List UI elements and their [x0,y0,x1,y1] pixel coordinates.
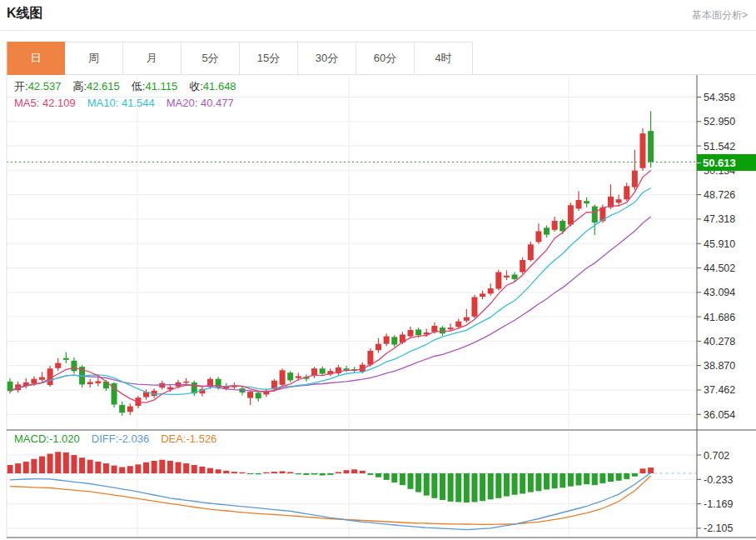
macd-readout: MACD:-1.020DIFF:-2.036DEA:-1.526 [14,432,216,445]
svg-text:43.094: 43.094 [704,287,735,298]
close-label: 收: [189,80,203,92]
macd-value: -1.020 [49,432,80,445]
last-price-value: 50.613 [703,157,736,169]
dea-value: -1.526 [186,432,216,445]
low-label: 低: [132,80,146,92]
ma20-value: 40.477 [201,97,234,109]
ohlc-readout: 开:42.537高:42.615低:41.115收:41.648 [14,79,236,94]
high-value: 42.615 [87,80,120,92]
svg-text:45.910: 45.910 [704,238,735,250]
ma5-label: MA5: [14,97,39,109]
dea-label: DEA: [161,432,186,445]
svg-text:-2.105: -2.105 [704,522,733,534]
svg-text:44.502: 44.502 [704,262,735,274]
svg-text:51.542: 51.542 [704,141,735,152]
svg-text:47.318: 47.318 [704,213,735,225]
close-value: 41.648 [203,80,236,92]
diff-label: DIFF: [92,432,119,445]
svg-text:52.950: 52.950 [704,116,735,128]
svg-text:38.870: 38.870 [704,360,735,372]
ma5-value: 42.109 [42,97,76,109]
diff-value: -2.036 [118,432,149,445]
tag-tick-dash [697,162,701,163]
open-label: 开: [14,80,28,92]
last-price-tag: 50.613 [697,154,756,171]
svg-text:-0.233: -0.233 [704,474,733,486]
low-value: 41.115 [145,80,177,92]
ma10-value: 41.544 [122,97,155,109]
kline-widget: K线图 基本面分析> 日 周 月 5分 15分 30分 60分 4时 54.35… [0,0,756,540]
ma10-label: MA10: [87,97,119,109]
svg-text:54.358: 54.358 [704,92,735,103]
svg-text:37.462: 37.462 [704,384,735,396]
svg-text:-1.169: -1.169 [704,498,733,510]
svg-text:48.726: 48.726 [704,189,735,201]
ma20-label: MA20: [167,97,198,109]
svg-text:40.278: 40.278 [704,336,735,348]
ma-readout: MA5: 42.109MA10: 41.544MA20: 40.477 [14,97,234,109]
svg-text:36.054: 36.054 [704,409,735,421]
macd-label: MACD: [14,432,49,445]
svg-text:0.702: 0.702 [704,450,729,462]
svg-text:41.686: 41.686 [704,312,735,323]
open-value: 42.537 [28,80,62,92]
high-label: 高: [72,80,87,92]
